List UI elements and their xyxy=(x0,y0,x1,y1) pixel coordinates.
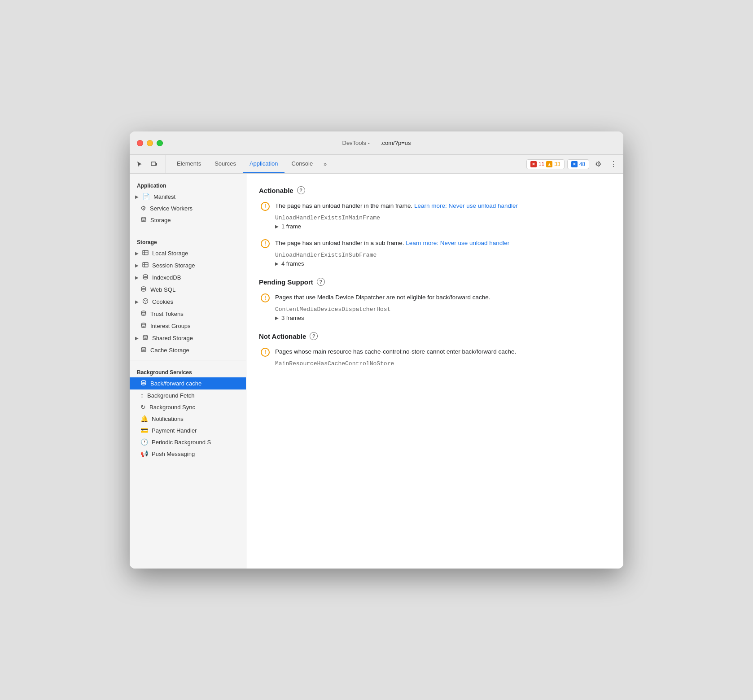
error-badge-group[interactable]: ✕ 11 ▲ 33 xyxy=(526,159,565,169)
session-storage-icon xyxy=(142,262,149,269)
sidebar-item-storage[interactable]: Storage xyxy=(130,214,246,226)
sidebar-item-back-forward-cache[interactable]: Back/forward cache xyxy=(130,377,246,389)
device-icon[interactable] xyxy=(148,158,160,171)
push-messaging-icon: 📢 xyxy=(140,450,148,457)
main-layout: Application ▶ 📄 Manifest ⚙ Service Worke… xyxy=(130,174,623,569)
issue-unload-sub: ! The page has an unload handler in a su… xyxy=(259,239,611,267)
tab-application[interactable]: Application xyxy=(243,155,285,173)
issue-row-4: ! Pages whose main resource has cache-co… xyxy=(261,347,611,357)
tab-bar-right: ✕ 11 ▲ 33 ✕ 48 ⚙ ⋮ xyxy=(526,155,620,173)
cursor-icon[interactable] xyxy=(133,158,146,171)
svg-point-11 xyxy=(143,299,148,304)
settings-icon[interactable]: ⚙ xyxy=(592,158,604,171)
issue-frames-3[interactable]: ▶ 3 frames xyxy=(275,315,611,321)
issue-text-2: The page has an unload handler in a sub … xyxy=(275,239,509,248)
sidebar-item-background-fetch[interactable]: ↕ Background Fetch xyxy=(130,389,246,401)
pending-help-icon[interactable]: ? xyxy=(317,278,325,286)
actionable-help-icon[interactable]: ? xyxy=(297,186,305,194)
issue-cache-control: ! Pages whose main resource has cache-co… xyxy=(259,347,611,367)
shared-storage-icon xyxy=(142,334,149,342)
warning-icon-1: ! xyxy=(261,202,270,211)
local-storage-icon xyxy=(142,249,149,257)
issue-text-4: Pages whose main resource has cache-cont… xyxy=(275,347,516,356)
warning-count: 33 xyxy=(554,161,560,167)
sidebar-item-payment-handler[interactable]: 💳 Payment Handler xyxy=(130,424,246,436)
minimize-button[interactable] xyxy=(147,140,153,146)
sidebar-item-session-storage[interactable]: ▶ Session Storage xyxy=(130,259,246,271)
issue-code-1: UnloadHandlerExistsInMainFrame xyxy=(275,214,611,221)
error-icon: ✕ xyxy=(530,161,537,167)
manifest-icon: 📄 xyxy=(142,193,150,200)
frame-expand-icon-2: ▶ xyxy=(275,261,279,266)
sidebar-item-background-sync[interactable]: ↻ Background Sync xyxy=(130,401,246,413)
sidebar-item-push-messaging[interactable]: 📢 Push Messaging xyxy=(130,448,246,459)
svg-point-9 xyxy=(143,275,148,276)
issue-frames-1[interactable]: ▶ 1 frame xyxy=(275,223,611,230)
periodic-bg-icon: 🕐 xyxy=(140,438,148,446)
sidebar-item-service-workers[interactable]: ⚙ Service Workers xyxy=(130,202,246,214)
web-sql-icon xyxy=(140,286,147,293)
background-fetch-icon: ↕ xyxy=(140,392,144,399)
sidebar-item-web-sql[interactable]: Web SQL xyxy=(130,284,246,296)
content-area: Actionable ? ! The page has an unload ha… xyxy=(246,174,623,569)
sidebar-item-interest-groups[interactable]: Interest Groups xyxy=(130,320,246,332)
issue-row-1: ! The page has an unload handler in the … xyxy=(261,201,611,211)
tab-bar: Elements Sources Application Console » ✕… xyxy=(130,155,623,174)
svg-point-13 xyxy=(146,300,147,301)
svg-rect-0 xyxy=(151,162,156,166)
tab-overflow[interactable]: » xyxy=(320,155,330,173)
cookies-icon xyxy=(142,298,149,306)
sidebar-item-local-storage[interactable]: ▶ Local Storage xyxy=(130,247,246,259)
sidebar-item-cache-storage[interactable]: Cache Storage xyxy=(130,344,246,356)
sidebar-item-notifications[interactable]: 🔔 Notifications xyxy=(130,413,246,424)
back-forward-cache-icon xyxy=(140,380,147,387)
sidebar-divider-1 xyxy=(130,230,246,230)
close-button[interactable] xyxy=(137,140,143,146)
sidebar-item-cookies[interactable]: ▶ Cookies xyxy=(130,296,246,308)
issue-unload-main: ! The page has an unload handler in the … xyxy=(259,201,611,230)
issue-row-2: ! The page has an unload handler in a su… xyxy=(261,239,611,248)
tab-elements[interactable]: Elements xyxy=(171,155,207,173)
learn-more-link-2[interactable]: Learn more: Never use unload handler xyxy=(406,240,509,246)
more-options-icon[interactable]: ⋮ xyxy=(607,158,620,171)
sidebar-item-manifest[interactable]: ▶ 📄 Manifest xyxy=(130,191,246,202)
pending-section-header: Pending Support ? xyxy=(259,278,611,286)
svg-rect-1 xyxy=(156,163,157,166)
sidebar-divider-2 xyxy=(130,360,246,360)
tab-sources[interactable]: Sources xyxy=(208,155,242,173)
sidebar-item-periodic-background[interactable]: 🕐 Periodic Background S xyxy=(130,436,246,448)
svg-point-19 xyxy=(141,381,146,382)
svg-point-17 xyxy=(143,335,148,337)
svg-rect-6 xyxy=(143,262,148,267)
svg-point-15 xyxy=(141,311,146,313)
svg-point-16 xyxy=(141,323,146,325)
bg-section-label: Background Services xyxy=(130,364,246,377)
issue-row-3: ! Pages that use Media Device Dispatcher… xyxy=(261,293,611,302)
sidebar-item-trust-tokens[interactable]: Trust Tokens xyxy=(130,308,246,320)
frame-expand-icon-1: ▶ xyxy=(275,224,279,229)
title-center: DevTools - .com/?p=us xyxy=(342,140,411,146)
not-actionable-title: Not Actionable xyxy=(259,332,306,340)
payment-handler-icon: 💳 xyxy=(140,427,148,434)
sidebar-item-shared-storage[interactable]: ▶ Shared Storage xyxy=(130,332,246,344)
sidebar: Application ▶ 📄 Manifest ⚙ Service Worke… xyxy=(130,174,246,569)
app-section-label: Application xyxy=(130,177,246,191)
warning-icon-2: ! xyxy=(261,239,270,248)
actionable-title: Actionable xyxy=(259,187,293,194)
interest-groups-icon xyxy=(140,322,147,330)
sidebar-item-indexeddb[interactable]: ▶ IndexedDB xyxy=(130,271,246,284)
maximize-button[interactable] xyxy=(157,140,163,146)
learn-more-link-1[interactable]: Learn more: Never use unload handler xyxy=(414,202,518,209)
issue-frames-2[interactable]: ▶ 4 frames xyxy=(275,260,611,267)
storage-section-label: Storage xyxy=(130,234,246,247)
issue-text-1: The page has an unload handler in the ma… xyxy=(275,201,518,210)
warning-icon-4: ! xyxy=(261,348,270,357)
tab-console[interactable]: Console xyxy=(285,155,320,173)
issue-text-3: Pages that use Media Device Dispatcher a… xyxy=(275,293,490,302)
expand-arrow-icon: ▶ xyxy=(135,299,139,304)
expand-arrow-icon: ▶ xyxy=(135,194,139,199)
expand-arrow-icon: ▶ xyxy=(135,251,139,256)
not-actionable-help-icon[interactable]: ? xyxy=(310,332,318,340)
info-badge-group[interactable]: ✕ 48 xyxy=(567,159,589,169)
traffic-lights xyxy=(137,140,163,146)
